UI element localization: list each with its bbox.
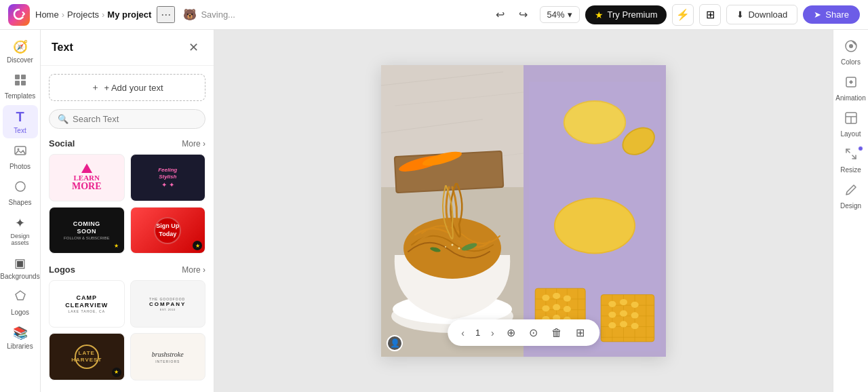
share-label: Share — [825, 9, 849, 20]
next-page-button[interactable]: › — [488, 325, 497, 341]
left-sidebar: 🧭 Discover Templates T Text — [0, 30, 41, 392]
user-avatar: 👤 — [387, 335, 403, 351]
sidebar-label-backgrounds: Backgrounds — [0, 273, 39, 280]
colors-icon — [844, 39, 858, 56]
undo-button[interactable]: ↩ — [490, 4, 511, 26]
resize-badge — [858, 146, 863, 151]
breadcrumb-home[interactable]: Home — [35, 9, 59, 20]
sidebar-label-discover: Discover — [7, 56, 33, 64]
svg-point-65 — [620, 311, 627, 317]
template-card-coming-soon[interactable]: COMINGSOON FOLLOW & SUBSCRIBE ★ — [49, 207, 125, 254]
sidebar-item-logos[interactable]: Logos — [3, 286, 38, 320]
share-button[interactable]: ➤ Share — [803, 5, 860, 24]
right-sidebar-item-resize[interactable]: Resize — [835, 143, 867, 178]
social-template-grid: LEARN MORE FeelingStylish ✦ ✦ COMINGSOON… — [49, 154, 205, 254]
canvas-wrapper: 👤 — [381, 65, 666, 357]
svg-point-46 — [553, 304, 560, 310]
backgrounds-icon: ▣ — [14, 256, 26, 271]
more-options-button[interactable]: ··· — [157, 6, 175, 23]
canvas-toolbar: ‹ 1 › ⊕ ⊙ 🗑 ⊞ — [448, 319, 599, 346]
grid-button[interactable]: ⊞ — [699, 4, 721, 26]
template-card-camp-clearview[interactable]: CAMPCLEARVIEW LAKE TAHOE, CA — [49, 280, 125, 328]
undo-redo-group: ↩ ↪ — [490, 4, 534, 26]
sidebar-label-shapes: Shapes — [9, 199, 32, 206]
canvas-left-panel: 👤 — [381, 65, 524, 357]
template-card-goodfood-company[interactable]: THE GOODFOOD COMPANY EST. 2010 — [130, 280, 206, 328]
main-area: 🧭 Discover Templates T Text — [0, 30, 868, 392]
zoom-control[interactable]: 54% ▾ — [540, 6, 580, 23]
sidebar-item-backgrounds[interactable]: ▣ Backgrounds — [3, 252, 38, 284]
colors-label: Colors — [841, 58, 861, 66]
svg-point-6 — [16, 182, 25, 191]
social-section-title: Social — [49, 138, 75, 149]
logos-more-button[interactable]: More › — [182, 265, 205, 275]
svg-point-24 — [445, 246, 446, 248]
svg-marker-7 — [16, 291, 25, 300]
panel-title: Text — [52, 41, 73, 54]
try-premium-button[interactable]: ★ Try Premium — [585, 5, 667, 24]
animation-label: Animation — [835, 94, 865, 102]
search-box[interactable]: 🔍 — [49, 109, 205, 129]
pan-button[interactable]: ⊙ — [525, 324, 542, 342]
panel-close-button[interactable]: ✕ — [184, 38, 203, 57]
design-label: Design — [840, 202, 861, 210]
prev-page-button[interactable]: ‹ — [458, 325, 467, 341]
svg-point-69 — [631, 323, 639, 329]
photos-icon — [14, 144, 27, 161]
svg-point-63 — [631, 302, 639, 308]
add-text-button[interactable]: ＋ + Add your text — [49, 74, 205, 101]
sidebar-item-shapes[interactable]: Shapes — [3, 176, 38, 210]
sidebar-label-libraries: Libraries — [7, 342, 33, 350]
svg-point-61 — [608, 301, 616, 307]
svg-point-47 — [564, 306, 571, 312]
zoom-chevron-icon: ▾ — [568, 9, 572, 20]
grid-view-button[interactable]: ⊞ — [572, 324, 589, 342]
right-sidebar-item-colors[interactable]: Colors — [835, 35, 867, 70]
template-card-brushstroke[interactable]: brushstroke INTERIORS — [130, 333, 206, 380]
app-logo[interactable] — [8, 4, 30, 26]
right-sidebar-item-design[interactable]: Design — [835, 179, 867, 214]
svg-point-68 — [620, 321, 627, 327]
canvas-right-panel — [524, 65, 666, 357]
zoom-value: 54% — [547, 9, 565, 20]
sidebar-item-libraries[interactable]: 📚 Libraries — [3, 321, 38, 354]
svg-point-31 — [555, 199, 634, 252]
zoom-in-button[interactable]: ⊕ — [502, 324, 519, 342]
search-input[interactable] — [73, 114, 197, 124]
sidebar-item-photos[interactable]: Photos — [3, 140, 38, 174]
topbar: Home › Projects › My project ··· 🐻 Savin… — [0, 0, 868, 30]
template-card-late-harvest[interactable]: LATEHARVEST ★ — [49, 333, 125, 380]
animation-icon — [844, 75, 858, 92]
template-card-learn-more[interactable]: LEARN MORE — [49, 154, 125, 201]
template-card-signup[interactable]: Sign UpToday ★ — [130, 207, 206, 254]
sidebar-item-text[interactable]: T Text — [3, 105, 38, 138]
social-more-button[interactable]: More › — [182, 139, 205, 149]
breadcrumb-projects[interactable]: Projects — [67, 9, 99, 20]
template-card-feeling-stylish[interactable]: FeelingStylish ✦ ✦ — [130, 154, 206, 201]
right-sidebar-item-animation[interactable]: Animation — [835, 71, 867, 106]
sidebar-item-discover[interactable]: 🧭 Discover — [3, 35, 38, 68]
sidebar-item-templates[interactable]: Templates — [3, 69, 38, 104]
delete-button[interactable]: 🗑 — [547, 324, 566, 342]
right-sidebar-item-layout[interactable]: Layout — [835, 107, 867, 142]
lightning-button[interactable]: ⚡ — [672, 4, 694, 26]
resize-label: Resize — [840, 166, 861, 174]
lightning-icon: ⚡ — [676, 8, 690, 21]
logos-section-title: Logos — [49, 264, 75, 275]
design-assets-icon: ✦ — [15, 216, 25, 231]
logos-template-grid: CAMPCLEARVIEW LAKE TAHOE, CA THE GOODFOO… — [49, 280, 205, 380]
svg-point-45 — [542, 305, 549, 311]
svg-point-44 — [564, 295, 571, 301]
breadcrumb-current[interactable]: My project — [107, 9, 151, 20]
layout-icon — [844, 111, 858, 128]
download-button[interactable]: ⬇ Download — [726, 5, 797, 24]
saving-text: Saving... — [201, 9, 235, 20]
svg-rect-1 — [21, 75, 26, 79]
saving-icon: 🐻 — [183, 8, 197, 21]
templates-icon — [14, 73, 27, 90]
design-canvas[interactable]: 👤 — [381, 65, 666, 357]
redo-button[interactable]: ↪ — [513, 4, 534, 26]
add-text-label: + Add your text — [104, 83, 163, 93]
svg-rect-3 — [21, 81, 26, 85]
sidebar-item-design-assets[interactable]: ✦ Design assets — [3, 212, 38, 250]
